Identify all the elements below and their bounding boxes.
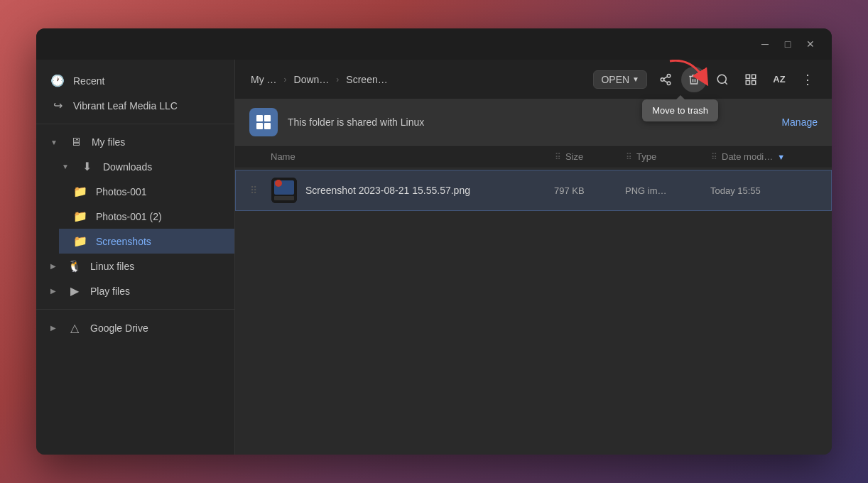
breadcrumb-screenshots[interactable]: Screen… xyxy=(342,71,391,88)
sidebar-item-recent[interactable]: 🕐 Recent xyxy=(36,68,234,93)
sidebar-item-screenshots[interactable]: 📁 Screenshots xyxy=(59,229,234,254)
svg-rect-11 xyxy=(256,115,263,121)
sidebar-item-label-recent: Recent xyxy=(73,75,104,87)
column-header-date[interactable]: ⠿ Date modi… ▼ xyxy=(711,151,818,162)
col-size-drag-icon: ⠿ xyxy=(555,152,561,162)
sidebar-divider-1 xyxy=(36,124,234,124)
file-type: PNG im… xyxy=(625,185,710,196)
expand-arrow-downloads: ▼ xyxy=(62,163,69,170)
col-date-drag-icon: ⠿ xyxy=(711,152,717,162)
content-area: My … › Down… › Screen… OPEN ▼ xyxy=(235,60,832,455)
sidebar-divider-2 xyxy=(36,309,234,310)
sidebar: 🕐 Recent ↪ Vibrant Leaf Media LLC ▼ 🖥 My… xyxy=(36,60,235,455)
file-list-header: Name ⠿ Size ⠿ Type ⠿ Date modi… ▼ xyxy=(235,146,832,168)
row-drag-handle: ⠿ xyxy=(250,185,271,196)
linux-icon: 🐧 xyxy=(67,259,82,273)
sidebar-item-gdrive[interactable]: ▶ △ Google Drive xyxy=(36,315,234,340)
sidebar-item-label-screenshots: Screenshots xyxy=(96,236,151,247)
expand-arrow-play: ▶ xyxy=(50,287,56,295)
more-icon: ⋮ xyxy=(801,72,814,87)
svg-point-5 xyxy=(717,75,726,83)
svg-rect-18 xyxy=(274,196,294,200)
sidebar-item-label-myfiles: My files xyxy=(92,136,125,148)
open-label: OPEN xyxy=(601,74,629,85)
tooltip-text: Move to trash xyxy=(652,105,708,116)
sidebar-item-play[interactable]: ▶ ▶ Play files xyxy=(36,278,234,303)
sidebar-item-photos001-2[interactable]: 📁 Photos-001 (2) xyxy=(59,204,234,229)
downloads-icon: ⬇ xyxy=(80,160,94,173)
titlebar: ─ □ ✕ xyxy=(36,28,832,60)
sidebar-item-label-downloads: Downloads xyxy=(103,161,152,173)
svg-rect-7 xyxy=(746,75,749,78)
photos001-2-icon: 📁 xyxy=(73,210,87,223)
sidebar-item-label-play: Play files xyxy=(90,286,130,297)
sidebar-nested-downloads: ▼ ⬇ Downloads 📁 Photos-001 📁 Photos-001 … xyxy=(36,154,234,254)
trash-button[interactable] xyxy=(681,67,707,92)
manage-link[interactable]: Manage xyxy=(781,116,818,128)
sidebar-item-myfiles[interactable]: ▼ 🖥 My files xyxy=(36,130,234,154)
file-date: Today 15:55 xyxy=(710,185,817,196)
svg-point-17 xyxy=(275,180,282,187)
svg-line-4 xyxy=(663,76,667,78)
svg-line-3 xyxy=(663,80,667,82)
file-name: Screenshot 2023-08-21 15.55.57.png xyxy=(305,185,554,196)
move-to-trash-tooltip: Move to trash xyxy=(642,99,718,121)
open-chevron-icon: ▼ xyxy=(632,75,639,83)
svg-rect-10 xyxy=(752,80,756,84)
svg-point-2 xyxy=(667,82,671,85)
grid-view-button[interactable] xyxy=(738,67,764,92)
sort-az-icon: AZ xyxy=(773,74,785,85)
breadcrumb-sep-1: › xyxy=(284,75,287,85)
sidebar-item-vibrant[interactable]: ↪ Vibrant Leaf Media LLC xyxy=(36,93,234,118)
sidebar-item-linux[interactable]: ▶ 🐧 Linux files xyxy=(36,254,234,278)
minimize-button[interactable]: ─ xyxy=(755,34,775,54)
file-list: ⠿ Screenshot 2023-08-21 15.55.57.png 797… xyxy=(235,168,832,212)
play-icon: ▶ xyxy=(67,284,82,298)
col-type-drag-icon: ⠿ xyxy=(626,152,632,162)
svg-rect-14 xyxy=(264,123,271,129)
file-manager-window: ─ □ ✕ 🕐 Recent ↪ Vibrant Leaf Media LLC … xyxy=(36,28,832,455)
recent-icon: 🕐 xyxy=(50,74,65,87)
breadcrumb-sep-2: › xyxy=(336,75,339,85)
svg-rect-8 xyxy=(752,75,756,78)
toolbar: My … › Down… › Screen… OPEN ▼ xyxy=(235,60,832,99)
myfiles-icon: 🖥 xyxy=(69,136,83,148)
open-button[interactable]: OPEN ▼ xyxy=(593,70,647,89)
column-header-type[interactable]: ⠿ Type xyxy=(626,151,711,162)
close-button[interactable]: ✕ xyxy=(801,34,820,54)
breadcrumb-downloads[interactable]: Down… xyxy=(290,71,334,88)
screenshots-icon: 📁 xyxy=(73,234,87,248)
shared-banner: This folder is shared with Linux Manage xyxy=(235,99,832,146)
file-thumbnail xyxy=(271,178,297,203)
svg-rect-9 xyxy=(746,80,749,84)
vibrant-icon: ↪ xyxy=(50,99,65,112)
maximize-button[interactable]: □ xyxy=(778,34,798,54)
svg-line-6 xyxy=(725,82,727,84)
sidebar-item-photos001[interactable]: 📁 Photos-001 xyxy=(59,179,234,204)
table-row[interactable]: ⠿ Screenshot 2023-08-21 15.55.57.png 797… xyxy=(235,170,832,211)
svg-rect-12 xyxy=(264,115,271,121)
column-header-size[interactable]: ⠿ Size xyxy=(555,151,626,162)
svg-point-0 xyxy=(667,74,671,77)
search-button[interactable] xyxy=(710,67,735,92)
main-area: 🕐 Recent ↪ Vibrant Leaf Media LLC ▼ 🖥 My… xyxy=(36,60,832,455)
expand-arrow-myfiles: ▼ xyxy=(50,139,58,146)
share-button[interactable] xyxy=(653,67,678,92)
sort-button[interactable]: AZ xyxy=(766,67,792,92)
gdrive-icon: △ xyxy=(67,321,82,335)
sidebar-item-label-photos001-2: Photos-001 (2) xyxy=(96,211,162,222)
sort-direction-icon: ▼ xyxy=(777,153,785,161)
sidebar-item-label-photos001: Photos-001 xyxy=(96,186,147,197)
sidebar-item-downloads[interactable]: ▼ ⬇ Downloads xyxy=(48,154,234,179)
file-size: 797 KB xyxy=(554,185,625,196)
svg-point-1 xyxy=(661,77,664,81)
toolbar-actions: AZ ⋮ xyxy=(653,67,820,92)
column-header-name[interactable]: Name xyxy=(271,151,555,162)
sidebar-item-label-linux: Linux files xyxy=(90,261,134,272)
expand-arrow-linux: ▶ xyxy=(50,262,56,270)
breadcrumb-myfiles[interactable]: My … xyxy=(246,71,281,88)
svg-rect-13 xyxy=(256,123,263,129)
shared-linux-icon xyxy=(249,108,278,136)
sidebar-item-label-vibrant: Vibrant Leaf Media LLC xyxy=(73,100,178,112)
more-options-button[interactable]: ⋮ xyxy=(795,67,820,92)
